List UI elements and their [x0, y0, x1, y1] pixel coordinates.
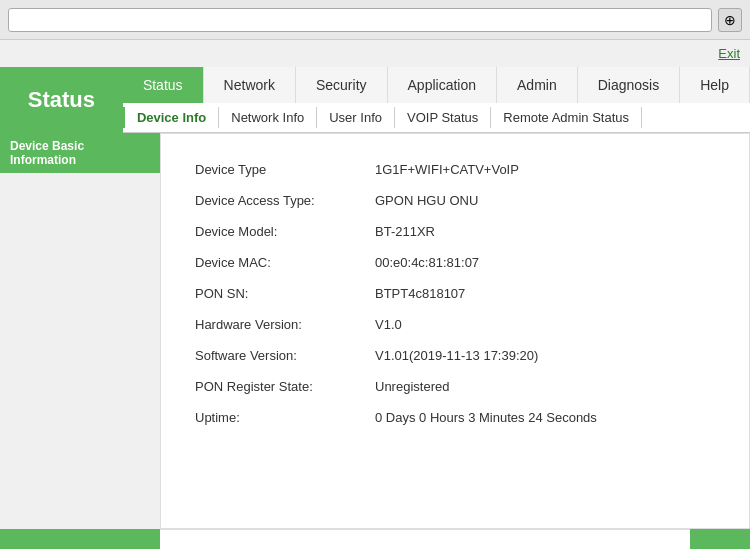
- nav-sub: Device Info Network Info User Info VOIP …: [123, 103, 750, 133]
- sub-item-remote-admin-status[interactable]: Remote Admin Status: [491, 107, 642, 128]
- browser-bar: ⊕: [0, 0, 750, 40]
- table-row: PON Register State:Unregistered: [191, 371, 719, 402]
- nav-item-network[interactable]: Network: [204, 67, 296, 103]
- table-row: Device MAC:00:e0:4c:81:81:07: [191, 247, 719, 278]
- row-label: Device MAC:: [191, 247, 371, 278]
- nav-item-security[interactable]: Security: [296, 67, 388, 103]
- nav-item-status[interactable]: Status: [123, 67, 204, 103]
- row-label: Device Access Type:: [191, 185, 371, 216]
- row-label: Device Type: [191, 154, 371, 185]
- exit-button[interactable]: Exit: [718, 46, 740, 61]
- address-bar[interactable]: [8, 8, 712, 32]
- bottom-left: [0, 529, 160, 549]
- header-nav: Status Status Network Security Applicati…: [0, 67, 750, 133]
- nav-item-application[interactable]: Application: [388, 67, 498, 103]
- bottom-bar: [0, 529, 750, 549]
- sub-item-network-info[interactable]: Network Info: [219, 107, 317, 128]
- table-row: Uptime:0 Days 0 Hours 3 Minutes 24 Secon…: [191, 402, 719, 433]
- row-value: 00:e0:4c:81:81:07: [371, 247, 719, 278]
- nav-item-diagnosis[interactable]: Diagnosis: [578, 67, 680, 103]
- nav-main: Status Network Security Application Admi…: [123, 67, 750, 103]
- nav-item-admin[interactable]: Admin: [497, 67, 578, 103]
- table-row: PON SN:BTPT4c818107: [191, 278, 719, 309]
- table-row: Device Access Type:GPON HGU ONU: [191, 185, 719, 216]
- row-label: Software Version:: [191, 340, 371, 371]
- row-label: Uptime:: [191, 402, 371, 433]
- row-value: GPON HGU ONU: [371, 185, 719, 216]
- row-label: PON Register State:: [191, 371, 371, 402]
- sub-item-voip-status[interactable]: VOIP Status: [395, 107, 491, 128]
- page-container: Exit Status Status Network Security Appl…: [0, 40, 750, 549]
- top-bar: Exit: [0, 40, 750, 67]
- sidebar-title: Device Basic Information: [0, 133, 160, 173]
- logo-area: Status: [0, 67, 123, 133]
- row-value: V1.01(2019-11-13 17:39:20): [371, 340, 719, 371]
- row-value: Unregistered: [371, 371, 719, 402]
- table-row: Device Type1G1F+WIFI+CATV+VoIP: [191, 154, 719, 185]
- sidebar: Device Basic Information: [0, 133, 160, 529]
- sub-item-device-info[interactable]: Device Info: [123, 107, 219, 128]
- device-info-table: Device Type1G1F+WIFI+CATV+VoIPDevice Acc…: [191, 154, 719, 433]
- nav-area: Status Network Security Application Admi…: [123, 67, 750, 133]
- row-value: BTPT4c818107: [371, 278, 719, 309]
- new-tab-icon: ⊕: [724, 12, 736, 28]
- logo-text: Status: [28, 87, 95, 113]
- table-row: Software Version:V1.01(2019-11-13 17:39:…: [191, 340, 719, 371]
- nav-item-help[interactable]: Help: [680, 67, 750, 103]
- table-row: Hardware Version:V1.0: [191, 309, 719, 340]
- row-label: PON SN:: [191, 278, 371, 309]
- table-row: Device Model:BT-211XR: [191, 216, 719, 247]
- content-wrapper: Device Basic Information Device Type1G1F…: [0, 133, 750, 529]
- bottom-far-right: [690, 529, 750, 549]
- row-label: Hardware Version:: [191, 309, 371, 340]
- new-tab-button[interactable]: ⊕: [718, 8, 742, 32]
- main-content: Device Type1G1F+WIFI+CATV+VoIPDevice Acc…: [160, 133, 750, 529]
- row-value: BT-211XR: [371, 216, 719, 247]
- row-label: Device Model:: [191, 216, 371, 247]
- sub-item-user-info[interactable]: User Info: [317, 107, 395, 128]
- row-value: 0 Days 0 Hours 3 Minutes 24 Seconds: [371, 402, 719, 433]
- row-value: 1G1F+WIFI+CATV+VoIP: [371, 154, 719, 185]
- row-value: V1.0: [371, 309, 719, 340]
- bottom-right: [160, 529, 690, 549]
